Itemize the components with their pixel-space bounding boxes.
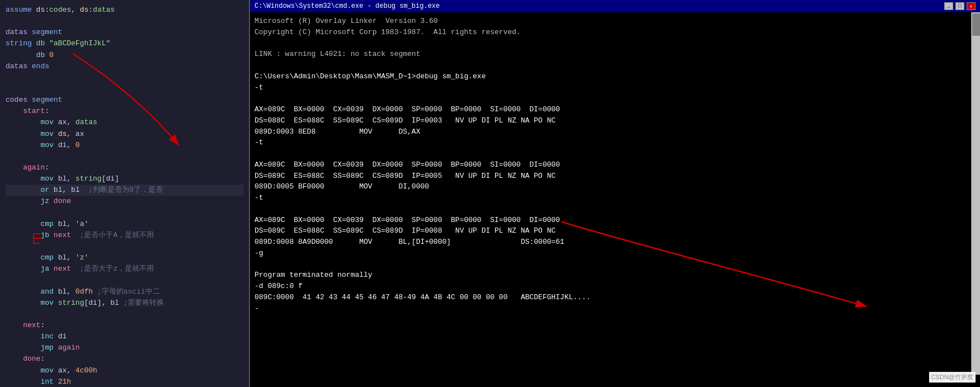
code-line: db 0 (6, 50, 243, 61)
code-content: assume ds:codes, ds:datas datas segments… (0, 0, 249, 387)
code-line: int 21h (6, 376, 243, 387)
terminal-title: C:\Windows\System32\cmd.exe - debug sm_b… (255, 2, 440, 10)
close-button[interactable]: ✕ (967, 2, 976, 10)
scrollbar[interactable] (971, 12, 980, 375)
code-line: done: (6, 353, 243, 365)
terminal-line: AX=089C BX=0000 CX=0039 DX=0000 SP=0000 … (255, 215, 976, 226)
terminal-titlebar: C:\Windows\System32\cmd.exe - debug sm_b… (250, 0, 980, 12)
maximize-button[interactable]: □ (955, 2, 964, 10)
code-line: assume ds:codes, ds:datas (6, 4, 243, 16)
terminal-line: -d 089c:0 f (255, 281, 976, 292)
terminal-line: 089D:0003 8ED8 MOV DS,AX (255, 126, 976, 138)
terminal-line: -g (255, 248, 976, 259)
terminal-panel: C:\Windows\System32\cmd.exe - debug sm_b… (249, 0, 980, 387)
code-line (6, 151, 243, 162)
terminal-line: AX=089C BX=0000 CX=0039 DX=0000 SP=0000 … (255, 159, 976, 171)
code-line (6, 72, 243, 83)
scroll-thumb[interactable] (972, 13, 980, 36)
terminal-line: 089D:0008 8A9D0000 MOV BL,[DI+0000] DS:0… (255, 237, 976, 248)
code-line (6, 275, 243, 286)
code-line (6, 16, 243, 27)
code-line: cmp bl, 'z' (6, 252, 243, 263)
terminal-line: C:\Users\Admin\Desktop\Masm\MASM_D~1>deb… (255, 71, 976, 82)
code-line: datas segment (6, 27, 243, 38)
terminal-line: Microsoft (R) Overlay Linker Version 3.6… (255, 16, 976, 27)
titlebar-buttons: _ □ ✕ (944, 2, 976, 10)
code-line: cmp bl, 'a' (6, 219, 243, 230)
terminal-line: - (255, 303, 976, 314)
code-line: jmp again (6, 342, 243, 353)
terminal-line: DS=088C ES=088C SS=089C CS=089D IP=0003 … (255, 115, 976, 126)
terminal-line: 089D:0005 BF0000 MOV DI,0000 (255, 181, 976, 192)
code-line: string db "aBCDeFghIJkL" (6, 38, 243, 49)
code-line: codes segment (6, 95, 243, 106)
terminal-line: DS=089C ES=088C SS=089C CS=089D IP=0008 … (255, 225, 976, 237)
terminal-line (255, 93, 976, 104)
code-line: jz done (6, 196, 243, 207)
code-editor-panel: assume ds:codes, ds:datas datas segments… (0, 0, 249, 387)
terminal-line (255, 38, 976, 49)
terminal-content: Microsoft (R) Overlay Linker Version 3.6… (250, 12, 980, 317)
code-line (6, 241, 243, 252)
code-line: mov ds, ax (6, 129, 243, 140)
code-line: and bl, 0dfh ;字母的ascii中二 (6, 286, 243, 298)
terminal-line: 089C:0000 41 42 43 44 45 46 47 48-49 4A … (255, 292, 976, 303)
terminal-line: -t (255, 137, 976, 148)
code-line: next: (6, 320, 243, 331)
watermark: CSDN@竹笋窝 (929, 372, 976, 383)
code-line: mov string[di], bl ;需要将转换 (6, 298, 243, 309)
code-line (6, 309, 243, 320)
code-line (6, 83, 243, 95)
terminal-line (255, 148, 976, 159)
terminal-line: Copyright (C) Microsoft Corp 1983-1987. … (255, 27, 976, 38)
code-line: again: (6, 162, 243, 173)
code-line: jb next ;是否小于A，是就不用 (6, 230, 243, 241)
code-line: mov ax, datas (6, 117, 243, 128)
terminal-line (255, 204, 976, 215)
terminal-line: AX=089C BX=0000 CX=0039 DX=0000 SP=0000 … (255, 104, 976, 115)
terminal-line: LINK : warning L4021: no stack segment (255, 49, 976, 60)
code-line: mov ax, 4c00h (6, 365, 243, 376)
code-line: ja next ;是否大于z，是就不用 (6, 263, 243, 275)
terminal-line: Program terminated normally (255, 270, 976, 281)
minimize-button[interactable]: _ (944, 2, 953, 10)
terminal-line: DS=089C ES=088C SS=089C CS=089D IP=0005 … (255, 171, 976, 182)
code-line: or bl, bl ;判断是否为0了，是否 (6, 185, 243, 196)
terminal-line: -t (255, 192, 976, 204)
code-line: mov di, 0 (6, 140, 243, 151)
terminal-line: -t (255, 82, 976, 93)
code-line: start: (6, 106, 243, 117)
terminal-line (255, 259, 976, 270)
code-line (6, 207, 243, 219)
code-line: datas ends (6, 61, 243, 72)
code-line: inc di (6, 331, 243, 342)
code-line: mov bl, string[di] (6, 173, 243, 185)
terminal-line (255, 60, 976, 71)
